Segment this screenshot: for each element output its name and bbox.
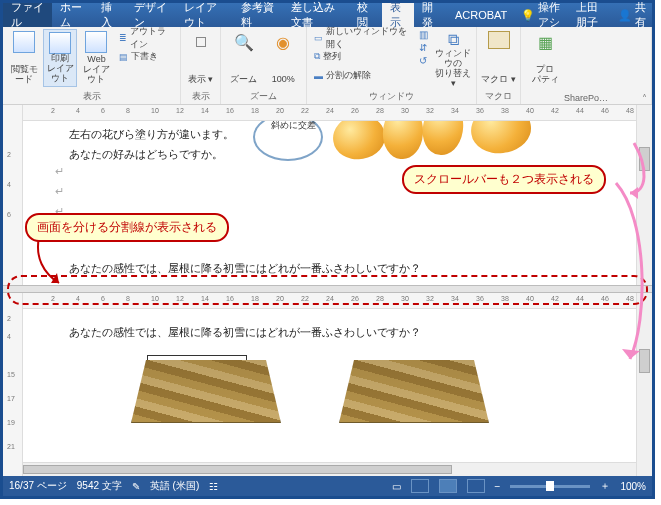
red-arrow-icon [33, 233, 73, 293]
percent-icon: ◉ [272, 31, 294, 53]
view-web-icon[interactable] [467, 479, 485, 493]
properties-button[interactable]: ▦プロ パティ [525, 29, 565, 87]
zoom-100-button[interactable]: ◉100% [265, 29, 303, 87]
tab-layout[interactable]: レイアウト [176, 3, 234, 27]
body-text: あなたの好みはどちらですか。 [69, 147, 223, 162]
bubble-text: 斜めに交差 [271, 121, 316, 132]
vertical-ruler-top: 2 4 6 [3, 105, 23, 285]
collapse-ribbon-button[interactable]: ˄ [642, 93, 647, 104]
arrange-button[interactable]: ⧉整列 [311, 48, 417, 65]
tab-design[interactable]: デザイン [126, 3, 175, 27]
macro-icon [488, 31, 510, 49]
checkbox-icon [190, 31, 212, 53]
zoom-slider-thumb[interactable] [546, 481, 554, 491]
body-text: あなたの感性では、屋根に降る初雪にはどれが一番ふさわしいですか？ [69, 325, 421, 340]
ribbon: 閲覧モード 印刷 レイアウト Web レイアウト ≣アウトライン ▤下書き 表示… [3, 27, 652, 105]
split-icon: ▬ [314, 71, 323, 81]
outline-icon: ≣ [119, 33, 127, 43]
body-text: 左右の花びら塗り方が違います。 [69, 127, 234, 142]
group-show-label: 表示 [185, 89, 216, 104]
tab-acrobat[interactable]: ACROBAT [447, 3, 515, 27]
group-window-label: ウィンドウ [311, 89, 472, 104]
tab-insert[interactable]: 挿入 [93, 3, 126, 27]
top-pane-content[interactable]: 左右の花びら塗り方が違います。 あなたの好みはどちらですか。 斜めに交差 ↵ ↵… [23, 121, 636, 285]
properties-icon: ▦ [534, 31, 556, 53]
draft-view-button[interactable]: ▤下書き [116, 48, 176, 65]
bottom-pane-content[interactable]: あなたの感性では、屋根に降る初雪にはどれが一番ふさわしいですか？ 北杜市 04 … [23, 309, 636, 476]
share-icon: 👤 [618, 9, 632, 22]
tab-file[interactable]: ファイル [3, 3, 52, 27]
tab-home[interactable]: ホーム [52, 3, 93, 27]
status-bar: 16/37 ページ 9542 文字 ✎ 英語 (米国) ☷ ▭ − ＋ 100% [3, 476, 652, 496]
side-by-side-icon[interactable]: ▥ [419, 29, 432, 40]
horizontal-scrollbar[interactable] [23, 462, 636, 476]
switch-icon: ⧉ [442, 31, 464, 49]
outline-view-button[interactable]: ≣アウトライン [116, 29, 176, 46]
globe-icon [85, 31, 107, 53]
new-window-button[interactable]: ▭新しいウィンドウを開く [311, 29, 417, 46]
vertical-ruler-bottom: 2 4 15 17 19 21 [3, 293, 23, 476]
group-macro-label: マクロ [481, 89, 516, 104]
callout-splitline: 画面を分ける分割線が表示される [25, 213, 229, 242]
sync-scroll-icon[interactable]: ⇵ [419, 42, 432, 53]
tab-references[interactable]: 参考資料 [233, 3, 282, 27]
ribbon-tab-bar: ファイル ホーム 挿入 デザイン レイアウト 参考資料 差し込み文書 校閲 表示… [3, 3, 652, 27]
web-layout-button[interactable]: Web レイアウト [79, 29, 113, 87]
macro-button[interactable]: マクロ ▾ [481, 29, 516, 87]
illustration-egg [381, 121, 425, 160]
remove-split-button[interactable]: ▬分割の解除 [311, 67, 417, 84]
print-layout-button[interactable]: 印刷 レイアウト [43, 29, 77, 87]
bulb-icon: 💡 [521, 9, 535, 22]
document-area: 2 4 6 2468101214161820222426283032343638… [3, 105, 652, 476]
tab-developer[interactable]: 開発 [414, 3, 447, 27]
zoom-button[interactable]: 🔍ズーム [225, 29, 263, 87]
tab-review[interactable]: 校閲 [349, 3, 382, 27]
group-sharepoint-label: SharePo… [525, 92, 647, 104]
illustration-egg [419, 121, 467, 158]
track-changes-icon[interactable]: ▭ [392, 481, 401, 492]
magnifier-icon: 🔍 [233, 31, 255, 53]
illustration-roof [339, 353, 489, 423]
top-pane: 2 4 6 2468101214161820222426283032343638… [3, 105, 652, 285]
tab-mailings[interactable]: 差し込み文書 [283, 3, 349, 27]
status-page[interactable]: 16/37 ページ [9, 479, 67, 493]
tab-view[interactable]: 表示 [382, 3, 415, 27]
body-text: あなたの感性では、屋根に降る初雪にはどれが一番ふさわしいですか？ [69, 261, 421, 276]
view-print-icon[interactable] [439, 479, 457, 493]
draft-icon: ▤ [119, 52, 128, 62]
illustration-egg [330, 121, 388, 162]
book-icon [13, 31, 35, 53]
status-word-count[interactable]: 9542 文字 [77, 479, 122, 493]
scrollbar-thumb[interactable] [23, 465, 452, 474]
group-zoom-label: ズーム [225, 89, 302, 104]
arrange-icon: ⧉ [314, 51, 320, 62]
illustration-roof [131, 353, 281, 423]
accessibility-icon[interactable]: ☷ [209, 481, 218, 492]
illustration-egg [468, 121, 534, 157]
callout-scrollbar: スクロールバーも２つ表示される [402, 165, 606, 194]
spellcheck-icon[interactable]: ✎ [132, 481, 140, 492]
reset-position-icon[interactable]: ↺ [419, 55, 432, 66]
group-views-label: 表示 [7, 89, 176, 104]
read-mode-button[interactable]: 閲覧モード [7, 29, 41, 87]
view-read-icon[interactable] [411, 479, 429, 493]
zoom-in-button[interactable]: ＋ [600, 479, 610, 493]
split-bar[interactable] [3, 285, 652, 293]
page-icon [49, 32, 71, 54]
window-icon: ▭ [314, 33, 323, 43]
pink-arrow-icon [608, 179, 652, 379]
horizontal-ruler-bottom: 2468101214161820222426283032343638404244… [23, 293, 636, 309]
bottom-pane: 2 4 15 17 19 21 246810121416182022242628… [3, 293, 652, 476]
zoom-level[interactable]: 100% [620, 481, 646, 492]
show-dropdown[interactable]: 表示 ▾ [185, 29, 216, 87]
svg-marker-1 [622, 349, 640, 359]
zoom-slider[interactable] [510, 485, 590, 488]
switch-windows-button[interactable]: ⧉ウィンドウの 切り替え▾ [434, 29, 472, 87]
zoom-out-button[interactable]: − [495, 481, 501, 492]
horizontal-ruler-top: 2468101214161820222426283032343638404244… [23, 105, 636, 121]
status-language[interactable]: 英語 (米国) [150, 479, 199, 493]
